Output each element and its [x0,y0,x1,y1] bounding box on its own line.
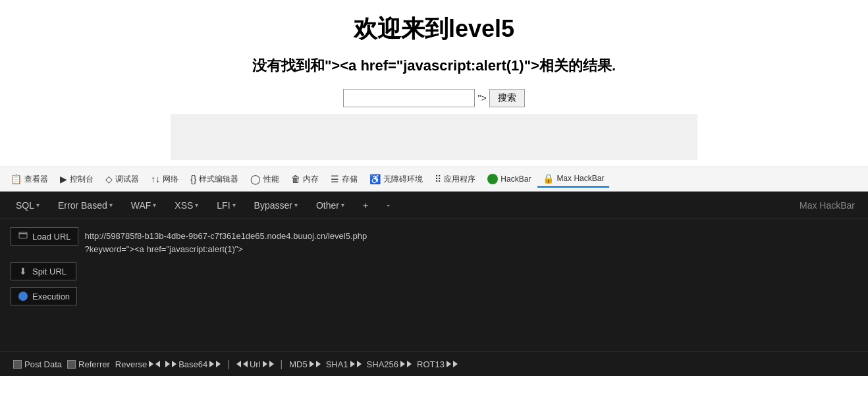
accessibility-label: 无障碍环境 [383,174,423,185]
hackbar-menu-lfi[interactable]: LFI ▾ [207,195,244,216]
add-label: + [363,200,368,211]
other-arrow: ▾ [341,201,344,209]
devtools-debugger[interactable]: ◇ 调试器 [100,171,144,188]
hackbar-bottom-toolbar: Post Data Referrer Reverse Base64 | Url … [0,352,868,376]
referrer-checkbox[interactable] [67,360,76,369]
sha1-encode[interactable]: SHA1 [326,359,362,369]
search-button[interactable]: 搜索 [489,89,525,107]
devtools-console[interactable]: ▶ 控制台 [55,171,99,188]
devtools-network[interactable]: ↑↓ 网络 [146,171,184,188]
sha256-label: SHA256 [367,359,398,369]
search-suffix: "> [477,93,486,103]
hackbar-menu-bypasser[interactable]: Bypasser ▾ [245,195,307,216]
application-label: 应用程序 [444,174,475,185]
base64-arrow-right2 [172,361,176,367]
debugger-label: 调试器 [115,174,139,185]
lfi-arrow: ▾ [232,201,236,209]
rot13-encode[interactable]: ROT13 [417,359,458,369]
rot13-arrow [447,361,451,367]
devtools-performance[interactable]: ◯ 性能 [245,171,285,188]
url-arrow-left2 [243,361,248,367]
performance-label: 性能 [263,174,279,185]
devtools-accessibility[interactable]: ♿ 无障碍环境 [364,171,428,188]
hackbar-green-icon [487,174,498,184]
hackbar-load-row: Load URL http://598785f8-b13b-4dbe-9b67-… [11,227,857,255]
separator2: | [279,359,285,369]
hackbar-menu-add[interactable]: + [354,195,377,216]
spit-url-label: Spit URL [32,267,67,276]
hackbar-menu-xss[interactable]: XSS ▾ [165,195,207,216]
max-hackbar-lock-icon: 🔒 [543,173,554,184]
hackbar-label: HackBar [501,174,531,184]
inspector-label: 查看器 [24,174,48,185]
sha256-encode[interactable]: SHA256 [367,359,412,369]
lfi-label: LFI [217,200,230,211]
hackbar-menu-remove[interactable]: - [377,195,399,216]
memory-icon: 🗑 [291,174,300,184]
devtools-application[interactable]: ⠿ 应用程序 [429,171,481,188]
base64-label: Base64 [178,359,207,369]
hackbar-menu-other[interactable]: Other ▾ [307,195,354,216]
sha256-arrow2 [407,361,412,367]
post-data-group: Post Data [13,359,62,369]
sql-arrow: ▾ [36,201,40,209]
url-display: http://598785f8-b13b-4dbe-9b67-c7f361e1d… [85,227,367,255]
execution-label: Execution [32,292,70,301]
debugger-icon: ◇ [105,174,113,184]
devtools-toolbar: 📋 查看器 ▶ 控制台 ◇ 调试器 ↑↓ 网络 {} 样式编辑器 ◯ 性能 🗑 … [0,167,868,192]
sha1-arrow2 [357,361,362,367]
post-data-checkbox[interactable] [13,360,22,369]
base64-encode[interactable]: Base64 [165,359,221,369]
url-arrow-right [263,361,267,367]
bypasser-label: Bypasser [254,200,292,211]
sha1-label: SHA1 [326,359,348,369]
application-icon: ⠿ [435,174,441,184]
sha1-arrow [350,361,355,367]
load-url-icon [18,231,28,242]
hackbar-menu-error-based[interactable]: Error Based ▾ [49,195,122,216]
hackbar-menu-right-label: Max HackBar [800,200,861,211]
reverse-label: Reverse [115,359,147,369]
execution-icon [18,291,28,301]
devtools-storage[interactable]: ☰ 存储 [325,171,363,188]
referrer-group: Referrer [67,359,110,369]
devtools-inspector[interactable]: 📋 查看器 [5,171,53,188]
xss-label: XSS [175,200,193,211]
base64-arrow-encode2 [216,361,221,367]
devtools-memory[interactable]: 🗑 内存 [286,171,324,188]
md5-arrow2 [316,361,321,367]
hackbar-content: Load URL http://598785f8-b13b-4dbe-9b67-… [0,219,868,313]
search-area: "> 搜索 [0,89,868,107]
md5-label: MD5 [289,359,307,369]
rot13-arrow2 [453,361,458,367]
spit-url-button[interactable]: ⬇ Spit URL [11,262,76,280]
rot13-label: ROT13 [417,359,445,369]
hackbar-menu-sql[interactable]: SQL ▾ [7,195,49,216]
url-encode[interactable]: Url [236,359,274,369]
load-url-button[interactable]: Load URL [11,227,78,246]
hackbar-menu-waf[interactable]: WAF ▾ [122,195,166,216]
style-editor-icon: {} [190,174,196,184]
hackbar-panel: SQL ▾ Error Based ▾ WAF ▾ XSS ▾ LFI ▾ By… [0,192,868,376]
search-input[interactable] [343,89,475,107]
devtools-style-editor[interactable]: {} 样式编辑器 [185,171,244,188]
bypasser-arrow: ▾ [294,201,298,209]
referrer-label: Referrer [78,359,110,369]
url-arrow-left [236,361,241,367]
reverse-arrow-right [149,361,153,367]
separator1: | [226,359,231,369]
storage-icon: ☰ [331,174,339,184]
other-label: Other [316,200,339,211]
url-label: Url [250,359,261,369]
devtools-hackbar[interactable]: HackBar [482,171,536,187]
inspector-icon: 📋 [11,174,22,184]
execution-button[interactable]: Execution [11,287,77,305]
console-icon: ▶ [60,174,67,184]
md5-encode[interactable]: MD5 [289,359,320,369]
load-url-label: Load URL [32,232,71,242]
max-hackbar-label: Max HackBar [556,174,604,183]
exec-circle-icon [18,292,28,301]
devtools-max-hackbar[interactable]: 🔒 Max HackBar [537,170,609,188]
reverse-encode[interactable]: Reverse [115,359,160,369]
page-title: 欢迎来到level5 [0,13,868,45]
